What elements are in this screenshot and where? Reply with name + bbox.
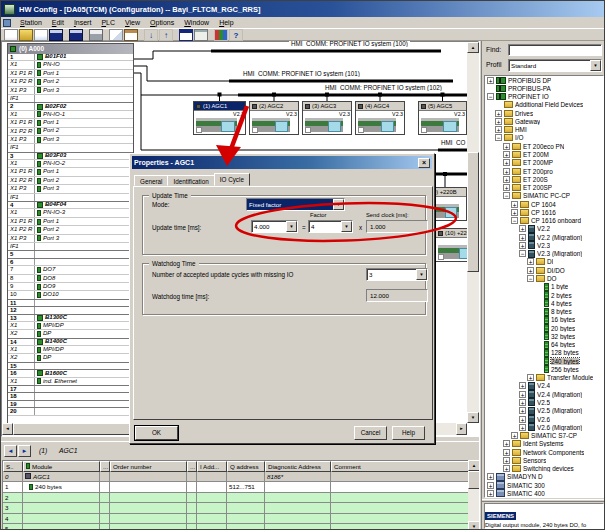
rack-row[interactable]: 17	[8, 385, 133, 393]
rack-row[interactable]: X1 P3Port 3	[8, 136, 133, 144]
column-header[interactable]: I Add...	[197, 461, 227, 472]
tree-item-drives[interactable]: +Drives	[485, 109, 603, 117]
expand-icon[interactable]: +	[503, 184, 510, 191]
rack-row[interactable]: X1ind. Ethernet	[8, 378, 133, 386]
tree-item-transfer-module[interactable]: +Transfer Module	[485, 374, 603, 382]
tab-identification[interactable]: Identification	[167, 175, 214, 186]
tree-item-v2-3[interactable]: +V2.3	[485, 241, 603, 249]
scroll-down-icon[interactable]: ▼	[467, 412, 479, 423]
rack-row[interactable]: 15	[8, 362, 133, 370]
tree-item-v2-4[interactable]: +V2.4	[485, 382, 603, 390]
menu-item-station[interactable]: Station	[15, 17, 47, 28]
rack-row[interactable]: X1PN-IO-2	[8, 160, 133, 168]
tree-item-v2-5[interactable]: +V2.5	[485, 398, 603, 406]
scroll-up-icon[interactable]: ▲	[467, 42, 479, 53]
rack-row[interactable]: 10DO10	[8, 291, 133, 299]
menu-item-plc[interactable]: PLC	[96, 17, 120, 28]
profile-select[interactable]: Standard	[508, 59, 602, 72]
nav-forward-icon[interactable]: ►	[18, 445, 31, 457]
cycles-select[interactable]: 3	[366, 268, 428, 281]
collapse-icon[interactable]: −	[487, 93, 494, 100]
table-row[interactable]: 4	[3, 514, 469, 525]
open-station-icon[interactable]	[19, 29, 33, 41]
rack-row[interactable]: 18	[8, 392, 133, 400]
update-time-select[interactable]: 4.000	[251, 220, 298, 233]
tree-item-v2-4-migration-[interactable]: +V2.4 (Migration)	[485, 390, 603, 398]
device-title[interactable]: (1) AGC1	[194, 102, 245, 111]
tree-item-gateway[interactable]: +Gateway	[485, 117, 603, 125]
menu-item-view[interactable]: View	[120, 17, 145, 28]
column-header[interactable]: ...	[100, 461, 110, 472]
tree-item-16-bytes[interactable]: 16 bytes	[485, 316, 603, 324]
tree-item-network-components[interactable]: +Network Components	[485, 448, 603, 456]
expand-icon[interactable]: +	[503, 449, 510, 456]
rack-row[interactable]: X1 P1 RPort 1	[8, 70, 133, 78]
rack-row[interactable]: 12	[8, 306, 133, 314]
expand-icon[interactable]: +	[519, 234, 526, 241]
tree-item-switching-devices[interactable]: +Switching devices	[485, 464, 603, 472]
expand-icon[interactable]: +	[511, 201, 518, 208]
ok-button[interactable]: OK	[135, 426, 178, 440]
tree-item-simatic-s7-cp[interactable]: +SIMATIC S7-CP	[485, 431, 603, 439]
scroll-right-icon[interactable]: ►	[456, 423, 467, 435]
tree-item-et-200eco-pn[interactable]: +ET 200eco PN	[485, 142, 603, 150]
rack-row[interactable]: X1PN-IO-1	[8, 111, 133, 119]
tree-item-profinet-io[interactable]: −PROFINET IO	[485, 93, 603, 101]
rack-row[interactable]: X2DP	[8, 354, 133, 362]
collapse-icon[interactable]: −	[511, 217, 518, 224]
expand-icon[interactable]: +	[511, 209, 518, 216]
tree-item-i-o[interactable]: −I/O	[485, 134, 603, 142]
help-cursor-icon[interactable]: ?	[229, 29, 243, 41]
expand-icon[interactable]: +	[503, 159, 510, 166]
tree-item-64-bytes[interactable]: 64 bytes	[485, 341, 603, 349]
rack-row[interactable]: 16B1600C	[8, 369, 133, 377]
new-station-icon[interactable]	[4, 29, 18, 41]
expand-icon[interactable]: +	[519, 391, 526, 398]
rack-row[interactable]: 11	[8, 299, 133, 307]
tree-item-et-200mp[interactable]: +ET 200MP	[485, 159, 603, 167]
tree-item-20-bytes[interactable]: 20 bytes	[485, 324, 603, 332]
save-icon[interactable]	[49, 29, 63, 41]
tree-item-profibus-dp[interactable]: +PROFIBUS DP	[485, 76, 603, 84]
expand-icon[interactable]: +	[519, 382, 526, 389]
scroll-left-icon[interactable]: ◄	[2, 423, 13, 435]
close-icon[interactable]: ×	[418, 158, 430, 168]
upload-icon[interactable]: ↑	[159, 29, 173, 41]
open-online-icon[interactable]	[34, 29, 48, 41]
expand-icon[interactable]: +	[519, 424, 526, 431]
device-5agc5[interactable]: (5) AGC5V2.3	[418, 101, 467, 135]
vscroll-thumb[interactable]	[467, 152, 479, 272]
download-icon[interactable]: ↓	[144, 29, 158, 41]
tree-item-sensors[interactable]: +Sensors	[485, 456, 603, 464]
tree-item-additional-field-devices[interactable]: Additional Field Devices	[485, 101, 603, 109]
bus-label-0[interactable]: HMI_COMM: PROFINET IO system (100)	[289, 40, 410, 47]
expand-icon[interactable]: +	[503, 440, 510, 447]
device-title[interactable]: (4) AGC4	[356, 102, 404, 111]
menu-item-help[interactable]: Help	[214, 17, 238, 28]
tree-item-et-200sp[interactable]: +ET 200SP	[485, 183, 603, 191]
tree-item-cp-1604[interactable]: +CP 1604	[485, 200, 603, 208]
chevron-down-icon[interactable]	[286, 221, 297, 232]
collapse-icon[interactable]: −	[495, 134, 502, 141]
tree-item-do[interactable]: −DO	[485, 274, 603, 282]
collapse-icon[interactable]: −	[503, 192, 510, 199]
tree-item-et-200m[interactable]: +ET 200M	[485, 150, 603, 158]
expand-icon[interactable]: +	[519, 225, 526, 232]
cancel-button[interactable]: Cancel	[354, 426, 387, 440]
device-3agc3[interactable]: (3) AGC3V2.3	[302, 101, 352, 135]
rack-window-titlebar[interactable]: (0) A000	[8, 44, 133, 54]
chevron-down-icon[interactable]	[590, 60, 601, 71]
table-row[interactable]: 1240 bytes512...751	[3, 482, 469, 493]
table-row[interactable]: 2	[3, 493, 469, 504]
device-4agc4[interactable]: (4) AGC4V2.3	[355, 101, 405, 135]
rack-row[interactable]: IF1	[8, 95, 133, 103]
tab-io-cycle[interactable]: IO Cycle	[214, 173, 250, 186]
rack-row[interactable]: 20	[8, 407, 133, 415]
rack-row[interactable]: 13B1300C	[8, 314, 133, 322]
expand-icon[interactable]: +	[519, 242, 526, 249]
tree-item-hmi[interactable]: +HMI	[485, 126, 603, 134]
rack-row[interactable]: 2B02F02	[8, 102, 133, 110]
table-row[interactable]: 3	[3, 503, 469, 514]
save-compile-icon[interactable]	[69, 29, 83, 41]
bus-label-2[interactable]: HMI_COMM: PROFINET IO system (102)	[323, 84, 444, 91]
